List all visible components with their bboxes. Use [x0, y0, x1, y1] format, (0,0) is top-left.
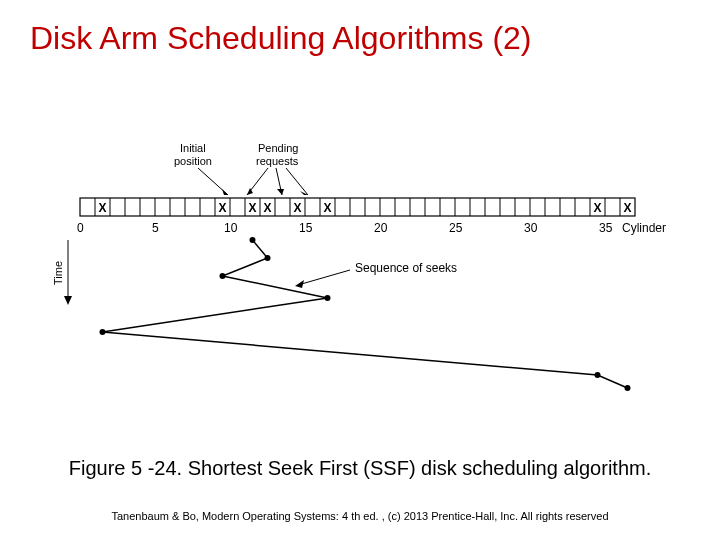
- svg-rect-0: [80, 198, 635, 216]
- arrow-head: [222, 189, 228, 195]
- figure-caption: Figure 5 -24. Shortest Seek First (SSF) …: [0, 457, 720, 480]
- figure: Initial position Pending requests X X X …: [50, 140, 670, 420]
- x-mark: X: [293, 201, 301, 215]
- tick: 5: [152, 221, 159, 235]
- seek-point: [325, 295, 331, 301]
- arrow-head: [277, 189, 284, 195]
- arrow-head: [64, 296, 72, 305]
- x-mark: X: [263, 201, 271, 215]
- label-requests: requests: [256, 155, 299, 167]
- tick: 20: [374, 221, 388, 235]
- x-mark: X: [218, 201, 226, 215]
- label-pending: Pending: [258, 142, 298, 154]
- x-mark: X: [593, 201, 601, 215]
- arrow-line: [286, 168, 308, 195]
- x-mark: X: [248, 201, 256, 215]
- seek-point: [100, 329, 106, 335]
- seek-point: [250, 237, 256, 243]
- seek-point: [220, 273, 226, 279]
- tick: 10: [224, 221, 238, 235]
- cylinder-bar: [80, 198, 635, 216]
- tick: 0: [77, 221, 84, 235]
- label-position: position: [174, 155, 212, 167]
- seek-point: [265, 255, 271, 261]
- seek-point: [595, 372, 601, 378]
- arrow-head: [295, 280, 304, 288]
- seek-point: [625, 385, 631, 391]
- sequence-label: Sequence of seeks: [355, 261, 457, 275]
- x-mark: X: [98, 201, 106, 215]
- x-mark: X: [623, 201, 631, 215]
- tick: 25: [449, 221, 463, 235]
- tick: 30: [524, 221, 538, 235]
- arrow-line: [298, 270, 350, 285]
- footer-citation: Tanenbaum & Bo, Modern Operating Systems…: [0, 510, 720, 522]
- tick: 15: [299, 221, 313, 235]
- ssf-diagram: Initial position Pending requests X X X …: [50, 140, 670, 420]
- x-mark: X: [323, 201, 331, 215]
- time-label: Time: [52, 261, 64, 285]
- tick: 35: [599, 221, 613, 235]
- label-initial: Initial: [180, 142, 206, 154]
- page-title: Disk Arm Scheduling Algorithms (2): [0, 0, 720, 67]
- cylinder-label: Cylinder: [622, 221, 666, 235]
